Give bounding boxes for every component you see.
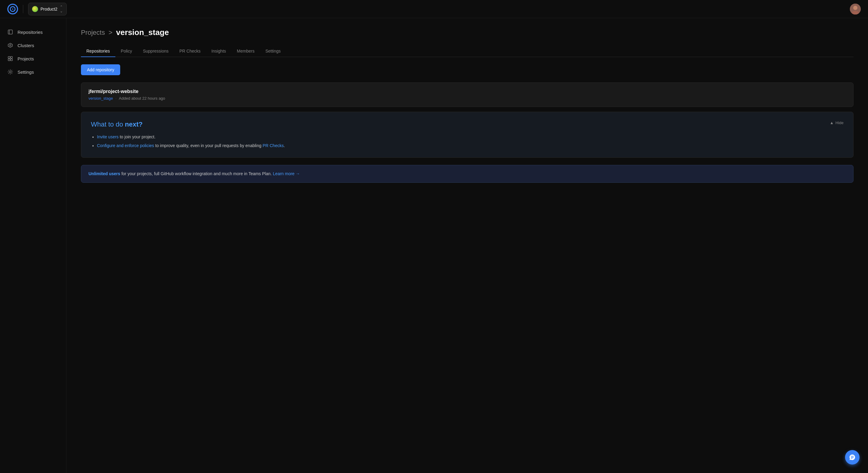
next-title: What to do next?: [91, 121, 143, 128]
next-step-policies: Configure and enforce policies to improv…: [97, 143, 843, 149]
chat-icon: [849, 454, 856, 461]
sidebar-item-settings[interactable]: Settings: [0, 65, 66, 78]
svg-rect-12: [8, 59, 10, 61]
sidebar-label-clusters: Clusters: [18, 43, 34, 48]
svg-rect-13: [10, 59, 12, 61]
next-card-header: What to do next? ▲ Hide: [91, 121, 843, 128]
learn-more-link[interactable]: Learn more →: [273, 171, 300, 176]
topbar: Product2 ⌃⌄: [0, 0, 868, 18]
settings-icon: [7, 69, 13, 75]
breadcrumb-parent[interactable]: Projects: [81, 29, 105, 36]
repo-separator: ·: [115, 96, 117, 101]
main-content: Projects > version_stage Repositories Po…: [66, 18, 868, 473]
breadcrumb: Projects > version_stage: [81, 28, 854, 37]
repo-card: jfermi/project-website version_stage · A…: [81, 83, 854, 107]
hide-button[interactable]: ▲ Hide: [830, 121, 843, 125]
svg-rect-11: [10, 57, 12, 58]
next-title-bold: next?: [125, 121, 143, 128]
sidebar-item-repositories[interactable]: Repositories: [0, 25, 66, 39]
chevron-up-icon: ▲: [830, 121, 834, 125]
configure-policies-text: to improve quality, even in your pull re…: [154, 143, 262, 148]
sidebar-item-projects[interactable]: Projects: [0, 52, 66, 65]
sidebar: Repositories Clusters Projects: [0, 18, 66, 473]
add-repository-button[interactable]: Add repository: [81, 64, 120, 75]
tab-pr-checks[interactable]: PR Checks: [174, 45, 206, 57]
repo-icon: [7, 29, 13, 35]
pr-checks-link[interactable]: PR Checks: [262, 143, 284, 148]
invite-users-link[interactable]: Invite users: [97, 134, 119, 139]
chat-fab-button[interactable]: [845, 450, 860, 465]
projects-icon: [7, 56, 13, 62]
configure-policies-text2: .: [284, 143, 285, 148]
topbar-divider: [23, 5, 23, 13]
banner-highlight: Unlimited users: [89, 171, 120, 176]
repo-meta: version_stage · Added about 22 hours ago: [89, 96, 846, 101]
sidebar-item-clusters[interactable]: Clusters: [0, 39, 66, 52]
repo-time: Added about 22 hours ago: [119, 96, 165, 101]
upgrade-banner: Unlimited users for your projects, full …: [81, 165, 854, 183]
tab-repositories[interactable]: Repositories: [81, 45, 115, 57]
svg-point-2: [12, 8, 13, 10]
breadcrumb-current: version_stage: [116, 28, 169, 37]
main-layout: Repositories Clusters Projects: [0, 18, 868, 473]
org-selector[interactable]: Product2 ⌃⌄: [28, 3, 67, 15]
app-logo[interactable]: [7, 4, 18, 14]
tab-policy[interactable]: Policy: [115, 45, 137, 57]
tab-insights[interactable]: Insights: [206, 45, 231, 57]
next-step-invite: Invite users to join your project.: [97, 134, 843, 140]
next-steps-card: What to do next? ▲ Hide Invite users to …: [81, 112, 854, 158]
sidebar-label-repositories: Repositories: [18, 30, 42, 35]
svg-point-4: [853, 6, 858, 10]
hide-label: Hide: [835, 121, 843, 125]
svg-rect-10: [8, 57, 10, 58]
svg-point-14: [9, 71, 11, 73]
user-avatar[interactable]: [850, 4, 861, 14]
svg-point-9: [10, 45, 11, 46]
sidebar-label-settings: Settings: [18, 69, 34, 74]
tab-members[interactable]: Members: [231, 45, 260, 57]
cluster-icon: [7, 42, 13, 48]
breadcrumb-separator: >: [108, 29, 112, 36]
repo-tag[interactable]: version_stage: [89, 96, 113, 101]
tab-suppressions[interactable]: Suppressions: [137, 45, 174, 57]
svg-rect-6: [8, 30, 12, 34]
sidebar-label-projects: Projects: [18, 56, 34, 61]
chevron-down-icon: ⌃⌄: [60, 5, 63, 13]
svg-marker-8: [8, 43, 12, 48]
invite-users-text: to join your project.: [119, 134, 156, 139]
next-title-prefix: What to do: [91, 121, 125, 128]
banner-text: for your projects, full GitHub workflow …: [120, 171, 273, 176]
repo-name: jfermi/project-website: [89, 89, 846, 94]
configure-policies-link[interactable]: Configure and enforce policies: [97, 143, 154, 148]
org-name: Product2: [40, 7, 57, 11]
next-steps-list: Invite users to join your project. Confi…: [91, 134, 843, 149]
tab-settings[interactable]: Settings: [260, 45, 286, 57]
org-avatar: [32, 6, 38, 12]
tabs-bar: Repositories Policy Suppressions PR Chec…: [81, 45, 854, 57]
topbar-left: Product2 ⌃⌄: [7, 3, 67, 15]
